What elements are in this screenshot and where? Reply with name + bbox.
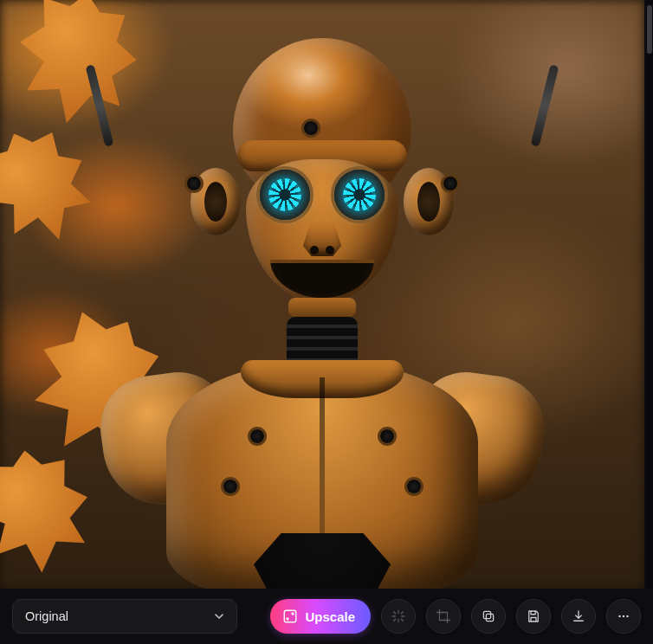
download-icon (571, 609, 586, 624)
scrollbar-track[interactable] (646, 0, 653, 589)
image-canvas[interactable] (0, 0, 644, 589)
size-select[interactable]: Original (12, 599, 237, 634)
size-select-value: Original (25, 609, 68, 623)
svg-rect-2 (483, 611, 490, 618)
copy-icon (481, 609, 496, 624)
variations-icon (391, 609, 406, 624)
crop-button[interactable] (426, 599, 461, 634)
svg-point-3 (618, 615, 621, 618)
svg-point-4 (623, 615, 625, 618)
bottom-toolbar: Original Upscale (0, 589, 653, 644)
variations-button[interactable] (381, 599, 416, 634)
more-icon (616, 609, 631, 624)
robot-illustration (97, 38, 547, 589)
upscale-button-label: Upscale (305, 609, 355, 624)
save-button[interactable] (516, 599, 551, 634)
scrollbar-thumb[interactable] (647, 5, 652, 54)
download-button[interactable] (561, 599, 596, 634)
upscale-icon (282, 609, 298, 624)
svg-rect-1 (486, 614, 493, 621)
upscale-button[interactable]: Upscale (270, 599, 371, 634)
copy-button[interactable] (471, 599, 506, 634)
save-icon (526, 609, 541, 624)
crop-icon (436, 609, 451, 624)
chevron-down-icon (214, 611, 224, 621)
eye-right (334, 170, 385, 220)
mouth (270, 260, 374, 298)
abdomen-plate (254, 533, 391, 589)
more-button[interactable] (606, 599, 641, 634)
svg-point-5 (626, 615, 629, 618)
eye-left (260, 170, 310, 220)
svg-rect-0 (285, 610, 297, 622)
robot-head (215, 38, 430, 298)
